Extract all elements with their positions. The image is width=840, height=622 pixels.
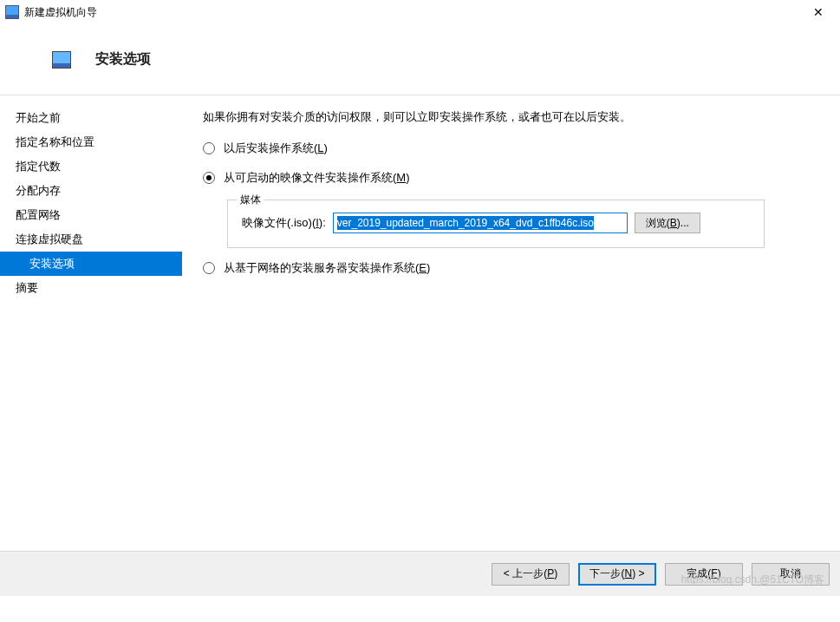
sidebar-item-generation[interactable]: 指定代数 (0, 154, 182, 179)
wizard-main: 如果你拥有对安装介质的访问权限，则可以立即安装操作系统，或者也可在以后安装。 以… (182, 95, 840, 551)
close-icon: ✕ (813, 5, 824, 19)
finish-button[interactable]: 完成(F) (665, 563, 743, 586)
page-title: 安装选项 (95, 50, 151, 69)
option-label: 以后安装操作系统(L) (224, 141, 328, 156)
sidebar-item-memory[interactable]: 分配内存 (0, 179, 182, 203)
app-icon (5, 5, 19, 19)
sidebar-item-vhd[interactable]: 连接虚拟硬盘 (0, 227, 182, 252)
radio-icon (203, 262, 215, 274)
option-label: 从基于网络的安装服务器安装操作系统(E) (224, 260, 430, 276)
wizard-sidebar: 开始之前 指定名称和位置 指定代数 分配内存 配置网络 连接虚拟硬盘 安装选项 … (0, 95, 182, 551)
wizard-header: 安装选项 (0, 24, 840, 95)
cancel-button[interactable]: 取消 (752, 563, 830, 586)
iso-path-input[interactable]: ver_2019_updated_march_2019_x64_dvd_c1ff… (333, 213, 628, 233)
sidebar-item-network[interactable]: 配置网络 (0, 203, 182, 227)
option-label: 从可启动的映像文件安装操作系统(M) (224, 170, 410, 186)
intro-text: 如果你拥有对安装介质的访问权限，则可以立即安装操作系统，或者也可在以后安装。 (203, 109, 826, 125)
iso-label: 映像文件(.iso)(I): (242, 215, 326, 231)
window-title: 新建虚拟机向导 (24, 5, 97, 20)
media-legend: 媒体 (237, 193, 264, 207)
media-fieldset: 媒体 映像文件(.iso)(I): ver_2019_updated_march… (227, 200, 765, 248)
sidebar-item-name-location[interactable]: 指定名称和位置 (0, 130, 182, 154)
sidebar-item-summary[interactable]: 摘要 (0, 276, 182, 300)
browse-button[interactable]: 浏览(B)... (635, 213, 700, 233)
prev-button[interactable]: < 上一步(P) (492, 563, 570, 586)
iso-path-value: ver_2019_updated_march_2019_x64_dvd_c1ff… (337, 216, 594, 230)
wizard-footer: < 上一步(P) 下一步(N) > 完成(F) 取消 (0, 551, 840, 596)
close-button[interactable]: ✕ (800, 0, 837, 24)
next-button[interactable]: 下一步(N) > (578, 563, 656, 586)
option-install-from-network[interactable]: 从基于网络的安装服务器安装操作系统(E) (203, 260, 826, 276)
titlebar: 新建虚拟机向导 ✕ (0, 0, 840, 24)
sidebar-item-before-you-begin[interactable]: 开始之前 (0, 106, 182, 130)
wizard-content: 开始之前 指定名称和位置 指定代数 分配内存 配置网络 连接虚拟硬盘 安装选项 … (0, 95, 840, 551)
sidebar-item-install-options[interactable]: 安装选项 (0, 252, 182, 276)
radio-icon (203, 142, 215, 154)
option-install-later[interactable]: 以后安装操作系统(L) (203, 141, 826, 156)
option-install-from-iso[interactable]: 从可启动的映像文件安装操作系统(M) (203, 170, 826, 186)
radio-icon (203, 172, 215, 184)
vm-icon (52, 51, 71, 69)
